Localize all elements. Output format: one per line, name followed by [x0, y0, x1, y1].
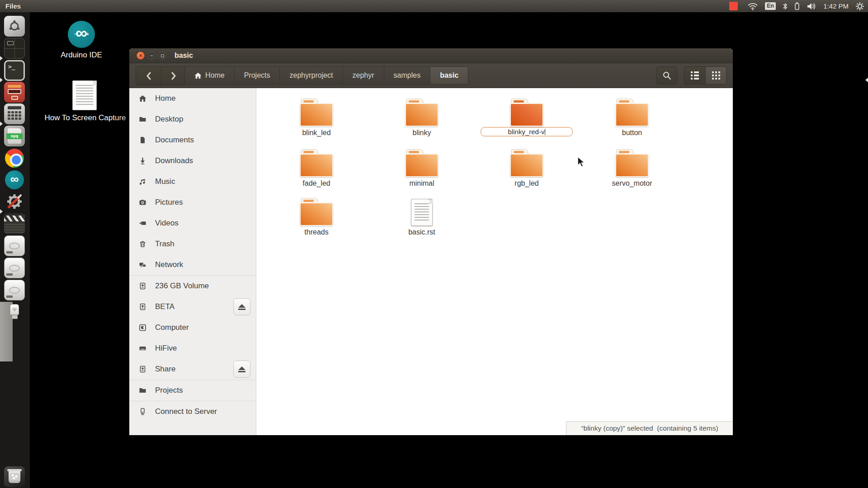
back-button[interactable] — [136, 67, 161, 85]
keyboard-layout-indicator[interactable]: En — [765, 2, 776, 10]
rename-input[interactable]: blinky_red-v — [481, 127, 573, 136]
volume-icon[interactable] — [807, 2, 816, 10]
memory-chip-icon — [139, 303, 146, 310]
sidebar-item-hifive[interactable]: HiFive — [129, 338, 256, 359]
dock-item-trash[interactable] — [4, 466, 25, 487]
dock-item-harddisk-3[interactable] — [4, 280, 25, 300]
file-item-renaming[interactable]: blinky_red-v — [477, 99, 576, 145]
file-item-rgb_led[interactable]: rgb_led — [477, 149, 576, 196]
eject-button[interactable] — [233, 361, 250, 378]
dock-item-terminal[interactable]: >_ — [4, 60, 25, 81]
sidebar-item-desktop[interactable]: Desktop — [129, 109, 256, 130]
dock-item-arduino[interactable]: ∞ — [4, 169, 25, 190]
session-gear-icon[interactable] — [855, 2, 864, 11]
view-toggle — [684, 66, 726, 84]
sidebar-item-computer[interactable]: Computer — [129, 317, 256, 338]
recording-indicator-icon[interactable] — [729, 2, 738, 10]
sidebar-item-network[interactable]: Network — [129, 254, 256, 275]
dock-item-files[interactable] — [4, 82, 25, 103]
close-button[interactable]: × — [137, 52, 145, 60]
dock-item-harddisk-2[interactable] — [4, 258, 25, 278]
folder-icon — [510, 149, 543, 177]
folder-icon — [405, 149, 439, 177]
gear-tool-icon — [5, 192, 24, 211]
ubuntu-logo-icon — [8, 19, 21, 33]
wifi-icon[interactable] — [747, 2, 758, 11]
clock[interactable]: 1:42 PM — [823, 2, 849, 10]
maximize-button[interactable] — [158, 52, 166, 60]
sidebar-item-videos[interactable]: Videos — [129, 213, 256, 234]
desktop-icon-label[interactable]: Arduino IDE — [45, 51, 118, 60]
file-item-basic-rst[interactable]: basic.rst — [372, 198, 472, 245]
breadcrumb-samples[interactable]: samples — [384, 67, 430, 84]
file-item-minimal[interactable]: minimal — [372, 149, 472, 196]
file-item-blinky[interactable]: blinky — [372, 99, 472, 145]
sidebar-item-pictures[interactable]: Pictures — [129, 192, 256, 213]
dock-item-ubuntu-dash[interactable] — [4, 16, 25, 37]
minimize-button[interactable]: − — [147, 52, 156, 60]
text-cursor — [545, 129, 545, 135]
trash-icon — [139, 240, 146, 248]
system-tray: En 1:42 PM — [729, 0, 864, 12]
history-nav — [136, 66, 186, 85]
files-icon-drawer — [11, 96, 18, 100]
notepadqq-label: npq — [6, 133, 23, 139]
drive-icon — [139, 345, 146, 352]
list-view-icon — [691, 71, 699, 80]
sidebar-item-beta[interactable]: BETA — [129, 296, 256, 317]
forward-button[interactable] — [161, 67, 186, 85]
running-indicator — [0, 209, 3, 214]
bluetooth-icon[interactable] — [783, 2, 788, 10]
dock-item-usb-drive[interactable]: Ψ — [4, 302, 25, 323]
document-icon — [411, 199, 433, 226]
breadcrumb-projects[interactable]: Projects — [234, 67, 280, 84]
file-grid: blink_led blinky blinky_red-v button fad… — [257, 88, 733, 435]
sidebar-item-music[interactable]: Music — [129, 171, 256, 192]
battery-icon[interactable] — [794, 2, 800, 10]
file-item-servo_motor[interactable]: servo_motor — [582, 149, 682, 196]
list-view-button[interactable] — [684, 67, 705, 84]
folder-icon — [300, 99, 333, 127]
dock-item-video-editor[interactable] — [4, 213, 25, 234]
sidebar-item-share[interactable]: Share — [129, 359, 256, 380]
trash-can-icon — [9, 471, 20, 483]
calculator-keypad — [8, 111, 21, 120]
dock-item-workspace-switcher[interactable] — [4, 38, 25, 59]
document-icon — [139, 136, 146, 144]
dock-item-chrome[interactable] — [4, 148, 25, 169]
running-indicator — [0, 122, 3, 126]
breadcrumb-zephyr[interactable]: zephyr — [343, 67, 384, 84]
app-menu-title[interactable]: Files — [5, 2, 21, 10]
desktop-icon-arduino-ide[interactable]: ∞ − + — [68, 21, 95, 48]
search-button[interactable] — [656, 66, 677, 84]
sidebar-item-236gb-volume[interactable]: 236 GB Volume — [129, 276, 256, 296]
breadcrumb-basic[interactable]: basic — [430, 67, 468, 84]
sidebar-item-projects[interactable]: Projects — [129, 380, 256, 401]
dock-item-harddisk-1[interactable] — [4, 235, 25, 256]
sidebar-item-home[interactable]: Home — [129, 88, 256, 109]
home-icon — [194, 72, 202, 79]
desktop-icon-label[interactable]: How To Screen Capture — [34, 113, 136, 122]
titlebar[interactable]: × − basic — [129, 48, 733, 63]
dock-item-notepadqq[interactable]: npq — [4, 126, 25, 146]
desktop-icon-howto-screen-capture[interactable] — [72, 80, 97, 110]
folder-icon — [615, 99, 649, 127]
breadcrumb-home[interactable]: Home — [185, 67, 234, 84]
file-item-button[interactable]: button — [582, 99, 682, 145]
file-item-threads[interactable]: threads — [267, 198, 366, 245]
eject-button[interactable] — [233, 298, 250, 315]
grid-view-button[interactable] — [705, 67, 726, 84]
sidebar-item-connect-to-server[interactable]: Connect to Server — [129, 401, 256, 422]
grid-view-icon — [712, 71, 720, 80]
sidebar-item-downloads[interactable]: Downloads — [129, 150, 256, 171]
dock-item-system-settings[interactable] — [4, 191, 25, 212]
file-item-blink_led[interactable]: blink_led — [267, 99, 366, 145]
sidebar-item-documents[interactable]: Documents — [129, 130, 256, 150]
folder-icon — [615, 149, 649, 177]
usb-connector-icon — [12, 315, 18, 319]
breadcrumb-zephyrproject[interactable]: zephyrproject — [279, 67, 342, 84]
file-item-fade_led[interactable]: fade_led — [267, 149, 366, 196]
dock-item-calculator[interactable] — [4, 103, 25, 124]
memory-chip-icon — [139, 282, 146, 290]
sidebar-item-trash[interactable]: Trash — [129, 234, 256, 254]
